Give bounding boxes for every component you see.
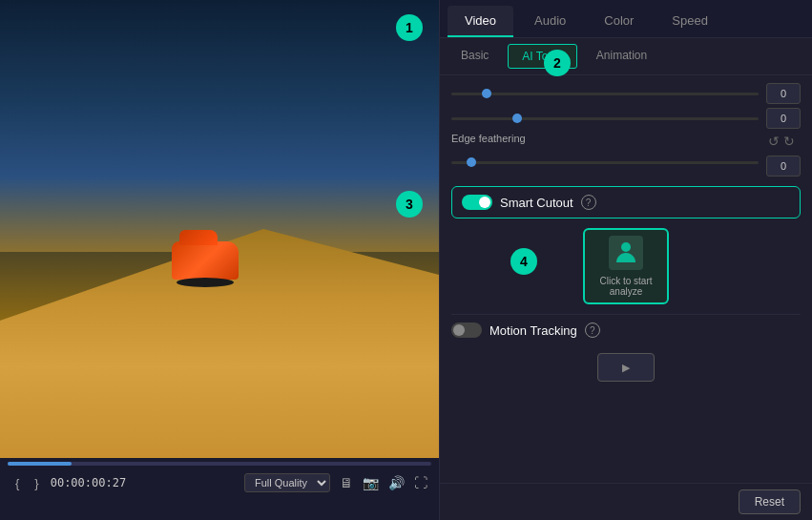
bracket-left-btn[interactable]: { xyxy=(11,474,23,492)
video-controls: { } 00:00:00:27 Full Quality 🖥 📷 🔊 ⛶ xyxy=(0,458,439,520)
subtab-animation[interactable]: Animation xyxy=(583,44,660,69)
tab-video[interactable]: Video xyxy=(448,6,513,37)
edge-feathering-value[interactable]: 0 xyxy=(766,156,801,177)
vehicle-illustration xyxy=(167,232,243,284)
right-panel-bottom: Reset xyxy=(440,483,812,520)
redo-icon[interactable]: ↻ xyxy=(783,134,795,149)
motion-tracking-help-icon[interactable]: ? xyxy=(585,322,600,338)
tab-color[interactable]: Color xyxy=(587,6,651,37)
right-panel: Video Audio Color Speed Basic AI Tools A… xyxy=(439,0,812,520)
reset-icons: ↺ ↻ xyxy=(768,134,795,149)
analyze-icon xyxy=(609,236,643,270)
video-preview xyxy=(0,0,439,458)
motion-toggle-thumb xyxy=(453,324,465,336)
subtab-basic[interactable]: Basic xyxy=(448,44,502,69)
volume-icon[interactable]: 🔊 xyxy=(388,475,405,490)
motion-btn-label: ▶ xyxy=(622,362,630,374)
quality-select[interactable]: Full Quality xyxy=(244,473,330,492)
controls-right: Full Quality 🖥 📷 🔊 ⛶ xyxy=(244,473,427,492)
motion-track-btn[interactable]: ▶ xyxy=(597,353,655,382)
slider-value-1[interactable]: 0 xyxy=(766,83,801,104)
monitor-icon[interactable]: 🖥 xyxy=(340,475,353,490)
motion-tracking-section: Motion Tracking ? xyxy=(451,314,801,345)
toggle-thumb xyxy=(479,197,490,208)
sub-tabs: Basic AI Tools Animation xyxy=(440,38,812,75)
timeline-bar[interactable] xyxy=(8,462,431,466)
smart-cutout-help-icon[interactable]: ? xyxy=(581,195,596,210)
edge-feathering-thumb xyxy=(467,157,476,167)
smart-cutout-toggle[interactable] xyxy=(462,195,492,210)
edge-feathering-slider[interactable] xyxy=(451,161,759,164)
motion-tracking-title: Motion Tracking xyxy=(489,323,577,338)
analyze-label: Click to start analyze xyxy=(585,276,667,297)
tab-audio[interactable]: Audio xyxy=(517,6,583,37)
video-panel: { } 00:00:00:27 Full Quality 🖥 📷 🔊 ⛶ xyxy=(0,0,439,520)
smart-cutout-section: Smart Cutout ? xyxy=(451,186,801,218)
bracket-right-btn[interactable]: } xyxy=(31,474,42,492)
subtab-ai-tools[interactable]: AI Tools xyxy=(508,44,576,69)
slider-thumb-2 xyxy=(512,114,522,123)
camera-icon[interactable]: 📷 xyxy=(363,475,379,490)
slider-row-1: 0 xyxy=(451,83,801,104)
slider-track-2[interactable] xyxy=(451,117,759,120)
slider-track-1[interactable] xyxy=(451,93,759,95)
top-tabs: Video Audio Color Speed xyxy=(440,0,812,38)
undo-icon[interactable]: ↺ xyxy=(768,134,780,149)
fullscreen-icon[interactable]: ⛶ xyxy=(414,475,427,490)
timeline-progress xyxy=(8,462,72,466)
slider-row-2: 0 xyxy=(451,108,801,129)
tab-speed[interactable]: Speed xyxy=(655,6,725,37)
edge-feathering-label: Edge feathering xyxy=(451,133,526,144)
analyze-container: Click to start analyze xyxy=(451,228,801,304)
motion-tracking-toggle[interactable] xyxy=(451,322,482,338)
analyze-button[interactable]: Click to start analyze xyxy=(583,228,669,304)
svg-point-0 xyxy=(621,242,631,252)
slider-thumb-1 xyxy=(482,89,491,98)
right-content: 0 0 Edge feathering ↺ ↻ xyxy=(440,75,812,483)
reset-button[interactable]: Reset xyxy=(739,489,801,514)
slider-value-2[interactable]: 0 xyxy=(766,108,801,129)
timecode-display: 00:00:00:27 xyxy=(51,476,126,489)
controls-left: { } 00:00:00:27 xyxy=(11,474,126,492)
smart-cutout-title: Smart Cutout xyxy=(500,196,573,210)
